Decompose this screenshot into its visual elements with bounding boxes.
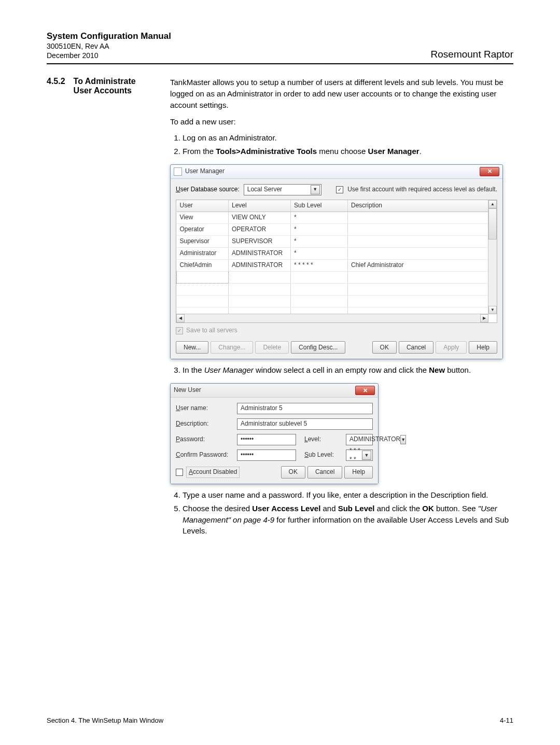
close-button[interactable]: ✕ <box>355 386 375 395</box>
user-manager-dialog: User Manager ✕ User Database source: Loc… <box>170 164 503 359</box>
scroll-left-icon[interactable]: ◀ <box>176 314 185 322</box>
ok-button[interactable]: OK <box>281 466 305 479</box>
horizontal-scrollbar[interactable]: ◀ ▶ <box>176 314 488 322</box>
table-row[interactable] <box>177 271 488 283</box>
description-input[interactable]: Administrator sublevel 5 <box>237 418 373 430</box>
step-4: Type a user name and a password. If you … <box>183 489 513 501</box>
add-prompt: To add a new user: <box>170 116 513 128</box>
scroll-down-icon[interactable]: ▼ <box>488 306 497 314</box>
col-sublevel[interactable]: Sub Level <box>291 200 348 212</box>
apply-button: Apply <box>436 341 467 354</box>
col-level[interactable]: Level <box>229 200 291 212</box>
col-description[interactable]: Description <box>348 200 488 212</box>
table-row[interactable]: Administrator ADMINISTRATOR * <box>177 247 488 259</box>
save-all-checkbox: ✓ <box>176 327 183 334</box>
username-label: User name: <box>176 404 233 413</box>
section-title: To Administrate User Accounts <box>74 77 136 542</box>
username-input[interactable]: Administrator 5 <box>237 403 373 414</box>
new-button[interactable]: New... <box>176 341 208 354</box>
use-first-checkbox[interactable]: ✓ <box>336 186 343 193</box>
account-disabled-checkbox[interactable] <box>176 469 183 476</box>
table-row[interactable] <box>177 283 488 295</box>
sublevel-select[interactable]: * * * * * ▼ <box>346 449 373 461</box>
cancel-button[interactable]: Cancel <box>399 341 433 354</box>
scroll-up-icon[interactable]: ▲ <box>488 200 497 208</box>
description-label: Description: <box>176 419 233 428</box>
ok-button[interactable]: OK <box>372 341 397 354</box>
cancel-button[interactable]: Cancel <box>307 466 342 479</box>
vertical-scrollbar[interactable]: ▲ ▼ <box>488 200 497 314</box>
users-table[interactable]: User Level Sub Level Description View VI… <box>176 200 497 323</box>
window-title: User Manager <box>185 167 480 176</box>
db-source-select[interactable]: Local Server ▼ <box>244 184 321 195</box>
db-source-label: User Database source: <box>176 185 240 194</box>
chevron-down-icon[interactable]: ▼ <box>400 435 406 444</box>
db-source-value: Local Server <box>247 185 311 194</box>
section-title-l1: To Administrate <box>74 77 136 86</box>
level-select[interactable]: ADMINISTRATOR ▼ <box>346 434 373 445</box>
window-icon <box>174 167 182 176</box>
change-button: Change... <box>211 341 253 354</box>
new-user-dialog: New User ✕ User name: Administrator 5 De… <box>170 383 379 484</box>
table-row[interactable] <box>177 295 488 307</box>
table-row[interactable]: View VIEW ONLY * <box>177 212 488 223</box>
confirm-password-label: Confirm Password: <box>176 451 233 459</box>
table-row[interactable]: ChiefAdmin ADMINISTRATOR * * * * * Chief… <box>177 259 488 271</box>
doc-date: December 2010 <box>47 51 171 60</box>
col-user[interactable]: User <box>177 200 229 212</box>
doc-id: 300510EN, Rev AA <box>47 41 171 51</box>
step-3: In the User Manager window select a cell… <box>183 364 513 376</box>
help-button[interactable]: Help <box>344 466 373 479</box>
section-title-l2: User Accounts <box>74 86 132 95</box>
doc-title: System Configuration Manual <box>47 31 171 41</box>
config-desc-button[interactable]: Config Desc... <box>291 341 345 354</box>
table-row[interactable]: Operator OPERATOR * <box>177 223 488 235</box>
scroll-right-icon[interactable]: ▶ <box>480 314 488 322</box>
chevron-down-icon[interactable]: ▼ <box>362 451 371 460</box>
sublevel-label: Sub Level: <box>304 451 341 459</box>
save-all-label: Save to all servers <box>186 326 237 335</box>
step-5: Choose the desired User Access Level and… <box>183 503 513 537</box>
header-rule <box>47 63 513 64</box>
footer-section: Section 4. The WinSetup Main Window <box>47 716 163 724</box>
step-1: Log on as an Administrator. <box>183 132 513 144</box>
password-label: Password: <box>176 435 233 444</box>
page-number: 4-11 <box>500 716 513 724</box>
account-disabled-label: Account Disabled <box>186 467 240 477</box>
chevron-down-icon[interactable]: ▼ <box>311 185 320 194</box>
step-2: From the Tools>Administrative Tools menu… <box>183 146 513 157</box>
new-user-title: New User <box>174 386 355 395</box>
section-number: 4.5.2 <box>47 77 65 542</box>
confirm-password-input[interactable]: •••••• <box>237 449 296 461</box>
delete-button: Delete <box>255 341 289 354</box>
level-label: Level: <box>304 435 341 444</box>
use-first-label: Use first account with required access l… <box>347 185 497 194</box>
password-input[interactable]: •••••• <box>237 434 296 445</box>
intro-paragraph: TankMaster allows you to setup a number … <box>170 77 513 110</box>
help-button[interactable]: Help <box>469 341 497 354</box>
close-button[interactable]: ✕ <box>480 167 499 176</box>
table-row[interactable]: Supervisor SUPERVISOR * <box>177 235 488 247</box>
brand-name: Rosemount Raptor <box>431 49 513 60</box>
